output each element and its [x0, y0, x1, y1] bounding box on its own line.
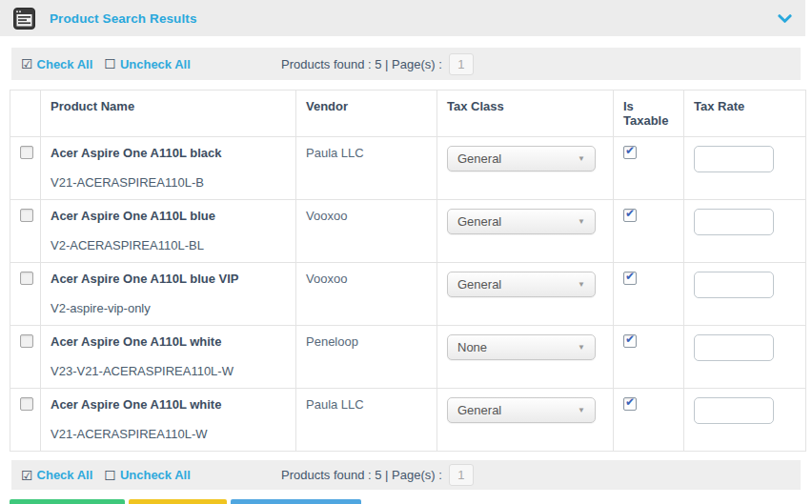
table-row: Acer Aspire One A110L black V21-ACERASPI…	[10, 137, 806, 200]
save-changes-button[interactable]: Save Changes	[10, 499, 125, 504]
select-arrow-icon: ▼	[578, 280, 585, 289]
reset-form-button[interactable]: Reset Form	[129, 499, 228, 504]
page-input[interactable]	[449, 464, 474, 486]
product-model: V21-ACERASPIREA110L-B	[51, 175, 286, 191]
is-taxable-checkbox[interactable]	[623, 334, 637, 348]
table-row: Acer Aspire One A110L white V21-ACERASPI…	[10, 389, 806, 452]
row-select-checkbox[interactable]	[20, 397, 33, 411]
tax-class-selected-value: General	[457, 214, 501, 229]
tax-rate-input[interactable]	[694, 146, 774, 172]
tax-rate-input[interactable]	[694, 397, 774, 424]
products-found-label: Products found : 5 | Page(s) :	[281, 57, 442, 71]
check-all-link[interactable]: ☑ Check All	[21, 56, 92, 71]
row-select-checkbox[interactable]	[20, 146, 33, 159]
tax-class-selected-value: General	[457, 403, 501, 417]
is-taxable-checkbox[interactable]	[623, 272, 637, 285]
form-list-icon	[13, 8, 35, 30]
is-taxable-checkbox[interactable]	[623, 209, 637, 222]
table-header-row: Product Name Vendor Tax Class Is Taxable…	[10, 91, 806, 137]
tax-class-select[interactable]: General ▼	[447, 146, 596, 171]
checked-box-icon: ☑	[21, 56, 33, 71]
product-model: V2-aspire-vip-only	[51, 301, 286, 316]
checked-box-icon: ☑	[21, 468, 33, 483]
is-taxable-checkbox[interactable]	[623, 146, 637, 159]
table-row: Acer Aspire One A110L blue VIP V2-aspire…	[10, 263, 806, 326]
product-model: V2-ACERASPIREA110L-BL	[51, 238, 286, 253]
product-name: Acer Aspire One A110L black	[51, 146, 286, 161]
select-arrow-icon: ▼	[578, 217, 585, 226]
product-name: Acer Aspire One A110L blue	[51, 209, 286, 224]
tax-class-selected-value: General	[457, 151, 501, 166]
check-all-label: Check All	[37, 57, 93, 71]
column-header-is-taxable: Is Taxable	[614, 91, 684, 137]
vendor-name: Vooxoo	[306, 272, 427, 286]
check-all-label: Check All	[37, 468, 93, 482]
row-select-checkbox[interactable]	[20, 209, 33, 222]
panel-header: Product Search Results	[0, 0, 805, 36]
products-found-label: Products found : 5 | Page(s) :	[281, 468, 442, 482]
tax-rate-input[interactable]	[694, 334, 774, 361]
vendor-name: Paula LLC	[306, 146, 427, 160]
select-arrow-icon: ▼	[578, 343, 585, 352]
check-all-link[interactable]: ☑ Check All	[21, 468, 92, 483]
table-row: Acer Aspire One A110L blue V2-ACERASPIRE…	[10, 200, 806, 263]
is-taxable-checkbox[interactable]	[623, 397, 637, 411]
vendor-name: Vooxoo	[306, 209, 427, 223]
tax-class-select[interactable]: None ▼	[447, 334, 596, 360]
page-input[interactable]	[449, 53, 474, 75]
row-select-checkbox[interactable]	[20, 334, 33, 348]
column-header-tax-class: Tax Class	[437, 91, 614, 137]
table-row: Acer Aspire One A110L white V23-V21-ACER…	[10, 326, 806, 389]
tax-management-button[interactable]: Tax Management	[231, 499, 361, 504]
product-table-body: Acer Aspire One A110L black V21-ACERASPI…	[10, 137, 806, 452]
product-model: V21-ACERASPIREA110L-W	[51, 427, 286, 442]
vendor-name: Paula LLC	[306, 397, 427, 412]
uncheck-all-link[interactable]: ☐ Uncheck All	[104, 56, 191, 71]
tax-class-select[interactable]: General ▼	[447, 209, 596, 234]
tax-class-select[interactable]: General ▼	[447, 397, 596, 423]
tax-rate-input[interactable]	[694, 272, 774, 298]
product-name: Acer Aspire One A110L white	[51, 397, 286, 413]
column-header-tax-rate: Tax Rate	[684, 91, 806, 137]
uncheck-all-link[interactable]: ☐ Uncheck All	[104, 468, 191, 483]
tax-rate-input[interactable]	[694, 209, 774, 235]
action-buttons: Save Changes Reset Form Tax Management	[10, 499, 812, 504]
tax-class-selected-value: General	[457, 277, 501, 292]
column-header-vendor: Vendor	[296, 91, 437, 137]
select-arrow-icon: ▼	[578, 406, 585, 414]
unchecked-box-icon: ☐	[104, 468, 116, 483]
panel-title: Product Search Results	[50, 11, 197, 26]
uncheck-all-label: Uncheck All	[120, 468, 191, 482]
product-model: V23-V21-ACERASPIREA110L-W	[51, 364, 286, 379]
product-name: Acer Aspire One A110L blue VIP	[51, 272, 286, 287]
chevron-down-icon[interactable]	[778, 11, 792, 26]
tax-class-select[interactable]: General ▼	[447, 272, 596, 297]
column-header-product-name: Product Name	[41, 91, 296, 137]
product-table: Product Name Vendor Tax Class Is Taxable…	[10, 90, 805, 452]
select-column-header	[10, 91, 41, 137]
vendor-name: Peneloop	[306, 334, 427, 349]
select-arrow-icon: ▼	[578, 154, 585, 163]
bottom-toolbar: ☑ Check All ☐ Uncheck All Products found…	[11, 460, 801, 490]
product-name: Acer Aspire One A110L white	[51, 334, 286, 350]
row-select-checkbox[interactable]	[20, 272, 33, 285]
top-toolbar: ☑ Check All ☐ Uncheck All Products found…	[11, 48, 801, 80]
uncheck-all-label: Uncheck All	[120, 57, 191, 71]
unchecked-box-icon: ☐	[104, 56, 116, 71]
tax-class-selected-value: None	[457, 340, 487, 354]
